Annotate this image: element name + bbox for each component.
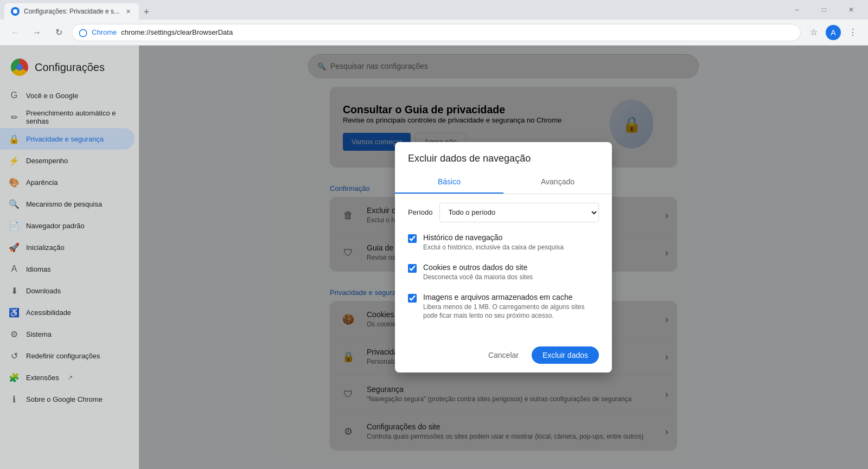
sidebar-label-navegador: Navegador padrão: [26, 222, 85, 230]
checkbox-label-cookies: Cookies e outros dados do site: [423, 263, 533, 272]
sidebar-item-voce-google[interactable]: G Você e o Google: [0, 85, 135, 106]
language-icon: A: [9, 264, 20, 274]
checkbox-desc-cookies: Desconecta você da maioria dos sites: [423, 273, 533, 282]
checkbox-desc-cache: Libera menos de 1 MB. O carregamento de …: [423, 303, 599, 321]
checkbox-text-cookies: Cookies e outros dados do site Desconect…: [423, 263, 533, 282]
sidebar-item-sistema[interactable]: ⚙ Sistema: [0, 323, 135, 345]
main-area: 🔍 Consultar o Guia de privacidade Revise…: [139, 46, 868, 469]
browser-frame: Configurações: Privacidade e s... ✕ + – …: [0, 0, 868, 469]
maximize-button[interactable]: □: [812, 1, 837, 18]
sidebar-label-mecanismo: Mecanismo de pesquisa: [26, 200, 102, 208]
reset-icon: ↺: [9, 350, 20, 361]
sidebar-item-extensoes[interactable]: 🧩 Extensões ↗: [0, 367, 135, 388]
dialog-tabs: Básico Avançado: [395, 171, 612, 194]
sidebar-label-privacidade: Privacidade e segurança: [26, 135, 104, 143]
checkbox-row-cache: Imagens e arquivos armazenados em cache …: [408, 291, 599, 323]
sidebar-label-acessibilidade: Acessibilidade: [26, 309, 71, 317]
checkbox-row-historico: Histórico de navegação Exclui o históric…: [408, 231, 599, 254]
checkbox-label-cache: Imagens e arquivos armazenados em cache: [423, 293, 599, 301]
sidebar-item-mecanismo[interactable]: 🔍 Mecanismo de pesquisa: [0, 193, 135, 215]
sidebar-item-idiomas[interactable]: A Idiomas: [0, 258, 135, 280]
sidebar-label-inicializacao: Inicialização: [26, 243, 65, 252]
user-icon: G: [9, 90, 20, 101]
checkbox-row-cookies: Cookies e outros dados do site Desconect…: [408, 261, 599, 284]
sidebar-item-preenchimento[interactable]: ✏ Preenchimento automático e senhas: [0, 106, 135, 128]
title-bar: Configurações: Privacidade e s... ✕ + – …: [0, 0, 868, 20]
period-row: Período Última hora Últimas 24 horas Últ…: [408, 203, 599, 222]
sidebar-item-desempenho[interactable]: ⚡ Desempenho: [0, 150, 135, 171]
tab-close-button[interactable]: ✕: [124, 7, 132, 16]
checkbox-label-historico: Histórico de navegação: [423, 233, 564, 242]
search-icon: 🔍: [9, 198, 20, 209]
minimize-button[interactable]: –: [784, 1, 809, 18]
tab-basic[interactable]: Básico: [395, 171, 503, 194]
checkbox-historico[interactable]: [408, 234, 417, 243]
tab-title: Configurações: Privacidade e s...: [24, 8, 119, 15]
tab-advanced[interactable]: Avançado: [503, 171, 612, 194]
download-icon: ⬇: [9, 285, 20, 296]
active-tab[interactable]: Configurações: Privacidade e s... ✕: [4, 3, 139, 20]
sidebar: Configurações G Você e o Google ✏ Preenc…: [0, 46, 139, 469]
delete-button[interactable]: Excluir dados: [532, 346, 599, 364]
dialog-footer: Cancelar Excluir dados: [395, 338, 612, 372]
sidebar-label-aparencia: Aparência: [26, 178, 58, 187]
dialog-body: Período Última hora Últimas 24 horas Últ…: [395, 194, 612, 338]
sidebar-item-privacidade[interactable]: 🔒 Privacidade e segurança: [0, 128, 135, 150]
edit-icon: ✏: [9, 112, 20, 123]
checkbox-text-cache: Imagens e arquivos armazenados em cache …: [423, 293, 599, 321]
sidebar-label-extensoes: Extensões: [26, 374, 59, 382]
new-tab-button[interactable]: +: [139, 4, 154, 20]
cancel-button[interactable]: Cancelar: [480, 346, 527, 364]
content-area: Configurações G Você e o Google ✏ Preenc…: [0, 46, 868, 469]
checkbox-cache[interactable]: [408, 294, 417, 303]
sidebar-label-downloads: Downloads: [26, 287, 61, 295]
sidebar-label-desempenho: Desempenho: [26, 157, 68, 165]
lock-icon: 🔒: [9, 133, 20, 144]
startup-icon: 🚀: [9, 242, 20, 253]
address-bar[interactable]: ◯ Chrome chrome://settings/clearBrowserD…: [72, 24, 801, 41]
sidebar-label-redefinir: Redefinir configurações: [26, 352, 100, 360]
bookmark-button[interactable]: ☆: [805, 24, 822, 41]
forward-button[interactable]: →: [28, 24, 46, 41]
window-controls: – □ ✕: [784, 1, 864, 18]
period-label: Período: [408, 208, 433, 216]
sidebar-item-inicializacao[interactable]: 🚀 Inicialização: [0, 236, 135, 258]
appearance-icon: 🎨: [9, 177, 20, 188]
profile-button[interactable]: A: [825, 24, 842, 41]
checkbox-text-historico: Histórico de navegação Exclui o históric…: [423, 233, 564, 252]
period-select[interactable]: Última hora Últimas 24 horas Últimos 7 d…: [439, 203, 599, 222]
chrome-label: Chrome: [92, 28, 117, 36]
sidebar-label-sobre: Sobre o Google Chrome: [26, 395, 103, 403]
menu-button[interactable]: ⋮: [844, 24, 861, 41]
sidebar-item-downloads[interactable]: ⬇ Downloads: [0, 280, 135, 301]
clear-data-dialog: Excluir dados de navegação Básico Avança…: [395, 142, 612, 372]
tab-favicon: [11, 7, 20, 16]
sidebar-label-preenchimento: Preenchimento automático e senhas: [26, 109, 126, 125]
dialog-overlay: Excluir dados de navegação Básico Avança…: [139, 46, 868, 469]
dialog-title: Excluir dados de navegação: [395, 142, 612, 164]
external-link-icon: ↗: [68, 374, 73, 381]
tab-bar: Configurações: Privacidade e s... ✕ +: [4, 0, 780, 20]
browser-icon: 📄: [9, 220, 20, 231]
sidebar-item-aparencia[interactable]: 🎨 Aparência: [0, 171, 135, 193]
checkbox-desc-historico: Exclui o histórico, inclusive da caixa d…: [423, 243, 564, 252]
profile-avatar: A: [826, 25, 841, 40]
sidebar-item-acessibilidade[interactable]: ♿ Acessibilidade: [0, 301, 135, 323]
close-button[interactable]: ✕: [839, 1, 864, 18]
sidebar-item-redefinir[interactable]: ↺ Redefinir configurações: [0, 345, 135, 367]
toolbar-icons: ☆ A ⋮: [805, 24, 861, 41]
url-text: chrome://settings/clearBrowserData: [121, 28, 233, 36]
sidebar-item-navegador[interactable]: 📄 Navegador padrão: [0, 215, 135, 236]
reload-button[interactable]: ↻: [50, 24, 67, 41]
extensions-icon: 🧩: [9, 372, 20, 383]
accessibility-icon: ♿: [9, 307, 20, 318]
sidebar-label-voce: Você e o Google: [26, 92, 78, 100]
performance-icon: ⚡: [9, 155, 20, 166]
checkbox-cookies[interactable]: [408, 264, 417, 273]
info-icon: ℹ: [9, 394, 20, 404]
sidebar-item-sobre[interactable]: ℹ Sobre o Google Chrome: [0, 388, 135, 410]
sidebar-label-idiomas: Idiomas: [26, 265, 51, 273]
system-icon: ⚙: [9, 329, 20, 339]
sidebar-title: Configurações: [35, 61, 105, 74]
back-button[interactable]: ←: [7, 24, 24, 41]
